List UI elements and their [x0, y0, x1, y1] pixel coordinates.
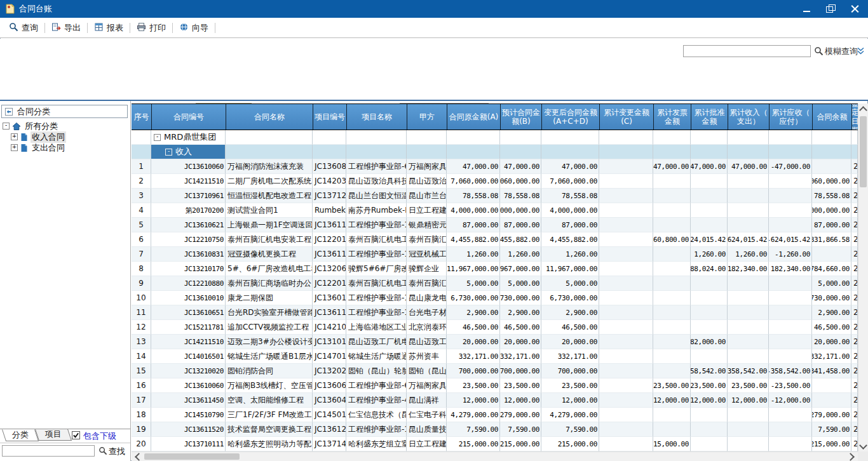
- column-header-inc[interactable]: 累计收入（ 支出）: [728, 104, 769, 130]
- table-row[interactable]: 19JC13611520技术监督局空调更换工程JC13612-5工程维护事业部-…: [132, 422, 858, 437]
- cell-bal: 20,000.00: [812, 335, 851, 349]
- column-header-inv[interactable]: 累计发票 金额: [653, 104, 691, 130]
- table-row[interactable]: 18JC14510790三厂1F/2F/3F FM改造工程JC14501仁宝信息…: [132, 408, 858, 422]
- column-header-name[interactable]: 合同名称: [226, 104, 313, 130]
- table-row[interactable]: 9JC12210880泰州百脑汇商场临时办公JC12201泰州百脑汇机电工泰州百…: [132, 276, 858, 291]
- vertical-scrollbar-thumb[interactable]: [860, 116, 867, 187]
- collapse-icon[interactable]: -: [165, 149, 172, 156]
- cell-name: 二期厂房机电二次配系统: [226, 174, 313, 189]
- minimize-button[interactable]: [799, 3, 813, 15]
- column-header-c[interactable]: 累计变更金额 (C): [599, 104, 653, 130]
- table-row[interactable]: 5JC13610621上海银鼎一期1F空调送回JC13611-5工程维护事业部-…: [132, 218, 858, 232]
- cell-rec: [769, 335, 812, 349]
- cell-seq: 8: [132, 262, 151, 276]
- table-row[interactable]: 2JC14211510二期厂房机电二次配系统JC14203昆山迈致治具科技昆山迈…: [132, 174, 858, 189]
- double-chevron-down-icon[interactable]: [857, 46, 865, 57]
- horizontal-scrollbar[interactable]: [132, 451, 858, 461]
- cell-inv: 215,000.00: [653, 437, 691, 451]
- cell-b: 20,000.00: [500, 335, 541, 349]
- cell-inv: [653, 218, 691, 232]
- scroll-left-button[interactable]: [133, 452, 143, 461]
- table-row[interactable]: 3JC13710961恒温恒湿机配电改造工程JC13712昆山兰台图文恒温昆山市…: [132, 189, 858, 203]
- tree-item-所有分类[interactable]: -所有分类: [0, 121, 130, 131]
- column-header-b[interactable]: 预计合同金 额(B): [500, 104, 541, 130]
- column-header-bal[interactable]: 合同余额: [812, 104, 851, 130]
- horizontal-scrollbar-thumb[interactable]: [144, 453, 240, 460]
- cell-value: 4,279,000.00: [550, 411, 597, 419]
- scroll-down-button[interactable]: [858, 441, 868, 451]
- search-icon[interactable]: [814, 46, 824, 58]
- close-button[interactable]: [848, 3, 862, 15]
- group-row-company[interactable]: -MRD鼎世集团: [132, 130, 858, 145]
- tab-分类[interactable]: 分类: [2, 429, 39, 441]
- column-header-no[interactable]: 合同编号: [151, 104, 226, 130]
- table-row[interactable]: 13JC14211510迈致二期3#办公楼设计变更JC13101昆山迈致工厂机电…: [132, 335, 858, 349]
- cell-bal: [812, 159, 851, 174]
- table-row[interactable]: 10JC13610010康龙二期保固JC13601-5工程维护事业部-1昆山康龙…: [132, 291, 858, 305]
- app-icon: [5, 4, 15, 14]
- cell-c: [599, 364, 653, 378]
- cell-no: JC13710111: [151, 437, 226, 451]
- find-input[interactable]: [2, 445, 95, 457]
- group-cell-selected[interactable]: -收入: [151, 145, 226, 159]
- column-header-clip[interactable]: 签定日期: [851, 104, 858, 130]
- table-row[interactable]: 7JC13610831冠亚摄像机更换工程JC13611-5工程维护事业部-1冠亚…: [132, 247, 858, 262]
- cell-pno: JC13611-5: [313, 247, 346, 262]
- column-header-seq[interactable]: 序号: [132, 104, 151, 130]
- toolbar-button-向导[interactable]: 向导: [175, 20, 212, 36]
- tab-项目[interactable]: 项目: [35, 429, 72, 441]
- cell-pno: JC13712: [313, 189, 346, 203]
- find-button[interactable]: 查找: [109, 446, 125, 457]
- table-row[interactable]: 11JC13610651台光RD实验室开槽做管路JC13611-5工程维护事业部…: [132, 305, 858, 320]
- expand-icon[interactable]: +: [11, 133, 18, 140]
- cell-pno: JC13101: [313, 335, 346, 349]
- cell-pno: [313, 130, 346, 145]
- column-header-party[interactable]: 甲方: [407, 104, 447, 130]
- cell-no: JC13610010: [151, 291, 226, 305]
- cell-value: 第20170200: [186, 206, 224, 215]
- table-row[interactable]: 12JC15211781追加CCTV视频监控工程JC14210上海临港地区工业北…: [132, 320, 858, 335]
- search-icon[interactable]: [98, 446, 107, 457]
- restore-button[interactable]: [824, 3, 837, 15]
- tree-item-收入合同[interactable]: +收入合同: [0, 131, 130, 142]
- contract-ledger-window: 合同台账 查询导出报表打印向导 货币单位: 元 清算: 未清算 币种: 人民币 …: [0, 0, 868, 461]
- cell-value: 12,000.00: [691, 396, 726, 404]
- expand-icon[interactable]: +: [11, 144, 18, 151]
- group-row-income[interactable]: -收入: [132, 145, 858, 159]
- toolbar-button-查询[interactable]: 查询: [5, 20, 42, 36]
- column-header-acd[interactable]: 变更后合同金额 (A+C+D): [541, 104, 599, 130]
- cell-inv: 23,500.00: [653, 378, 691, 393]
- table-row[interactable]: 16JC13610060万福阁B3线槽灯、空压管JC13606-5工程维护事业部…: [132, 378, 858, 393]
- cell-party: 万福阁家具: [407, 378, 447, 393]
- table-row[interactable]: 1JC13610060万福阁消防泡沫液充装JC13608-5工程维护事业部-6万…: [132, 159, 858, 174]
- collapse-icon[interactable]: -: [154, 134, 161, 141]
- table-row[interactable]: 8JC132101705#、6#厂房改造机电工程JC13206骏辉5#6#厂房改…: [132, 262, 858, 276]
- category-panel-header[interactable]: 合同分类: [1, 105, 128, 118]
- fuzzy-search-button[interactable]: 模糊查询: [825, 46, 858, 57]
- column-header-pno[interactable]: 项目编号: [313, 104, 346, 130]
- table-row[interactable]: 4第20170200测试营业合同1Rumbek-Ra南苏丹Rumbek-Ra日立…: [132, 203, 858, 218]
- toolbar-button-报表[interactable]: 报表: [90, 20, 127, 36]
- column-header-app[interactable]: 累计批准 金额: [691, 104, 728, 130]
- vertical-scrollbar[interactable]: [858, 104, 868, 451]
- cell-rec: [769, 320, 812, 335]
- column-header-a[interactable]: 合同原金额(A): [447, 104, 500, 130]
- include-children-checkbox[interactable]: [72, 431, 80, 439]
- cell-rec: [769, 218, 812, 232]
- column-header-pname[interactable]: 项目名称: [346, 104, 407, 130]
- scroll-up-button[interactable]: [858, 104, 868, 114]
- table-row[interactable]: 6JC12210750泰州百脑汇机电安装工程JC12201泰州百脑汇机电工泰州百…: [132, 232, 858, 247]
- scroll-right-button[interactable]: [846, 452, 857, 461]
- tree-item-支出合同[interactable]: +支出合同: [0, 142, 130, 153]
- collapse-icon[interactable]: -: [3, 123, 10, 130]
- column-header-rec[interactable]: 累计应收（ 应付）: [769, 104, 812, 130]
- table-row[interactable]: 20JC13710111哈利盛东芝照明动力等配JC13714哈利盛东芝组立室日立…: [132, 437, 858, 451]
- toolbar-button-打印[interactable]: 打印: [133, 20, 170, 36]
- table-row[interactable]: 17JC13611450空调、太阳能维修工程JC13604-5工程维护事业部-4…: [132, 393, 858, 408]
- quick-search-input[interactable]: [683, 45, 811, 57]
- table-row[interactable]: 14JC14016501铭城生活广场暖通B1层水JC14701铭城生活广场暖通苏…: [132, 349, 858, 364]
- cell-app: 1,260.00: [691, 247, 728, 262]
- cell-c: [599, 276, 653, 291]
- toolbar-button-导出[interactable]: 导出: [48, 20, 85, 36]
- table-row[interactable]: 15JC13210020固铂消防合同JC13202固铂（昆山）轮胎固铂（昆山70…: [132, 364, 858, 378]
